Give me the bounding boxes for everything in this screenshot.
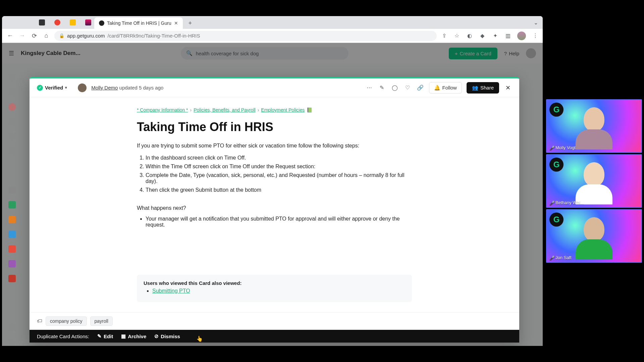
heart-icon[interactable]: ♡ <box>404 84 412 92</box>
pinned-tab-icon[interactable] <box>39 19 45 25</box>
forward-button[interactable]: → <box>18 32 26 39</box>
rail-collection-icon[interactable] <box>8 260 16 267</box>
menu-icon[interactable]: ⋮ <box>532 33 539 39</box>
close-icon[interactable]: ✕ <box>504 84 512 92</box>
related-item: Submitting PTO <box>152 288 405 294</box>
star-icon[interactable]: ☆ <box>453 33 460 39</box>
mic-icon: 🎤 <box>549 200 554 205</box>
rail-settings-icon[interactable] <box>8 133 16 140</box>
card-title: Taking Time Off in HRIS <box>137 120 412 134</box>
rail-admin-icon[interactable] <box>8 339 16 346</box>
video-call-overlay: G 🎤Molly Vogt G 🎤Bethany Whi... G 🎤Jon S… <box>546 99 642 263</box>
reload-button[interactable]: ⟳ <box>30 32 38 40</box>
breadcrumb-item[interactable]: Policies, Benefits, and Payroll <box>194 107 255 113</box>
more-icon[interactable]: ⋯ <box>365 84 373 92</box>
new-tab-button[interactable]: + <box>185 18 195 28</box>
back-button[interactable]: ← <box>6 32 14 39</box>
dismiss-icon: ⊘ <box>154 333 159 339</box>
author-name[interactable]: Molly Demo <box>91 85 118 90</box>
card-modal: ✓ Verified ▾ Molly Demo updated 5 days a… <box>30 77 519 343</box>
chevron-down-icon: ▾ <box>65 85 67 90</box>
share-button[interactable]: 👥 Share <box>467 82 499 94</box>
rail-home-icon[interactable] <box>8 74 16 81</box>
step-item: Complete the Date, Type (vacation, sick,… <box>146 172 412 184</box>
home-button[interactable]: ⌂ <box>42 32 50 39</box>
url-host: app.getguru.com <box>67 33 105 39</box>
rail-collection-icon[interactable] <box>8 245 16 253</box>
rail-collection-icon[interactable] <box>8 231 16 238</box>
chevron-down-icon[interactable]: ⌄ <box>534 19 538 26</box>
guru-logo-icon: G <box>549 103 564 117</box>
step-item: Then click the green Submit button at th… <box>146 187 412 193</box>
video-tile[interactable]: G 🎤Molly Vogt <box>546 99 642 153</box>
share-icon[interactable]: ⇪ <box>441 33 447 39</box>
guru-logo-icon: G <box>549 213 564 227</box>
edit-button[interactable]: ✎ Edit <box>97 333 113 339</box>
close-tab-icon[interactable]: ✕ <box>174 20 178 26</box>
tag-pill[interactable]: payroll <box>90 316 113 326</box>
browser-tab-active[interactable]: Taking Time Off in HRIS | Guru ✕ <box>94 17 183 29</box>
pinned-tabs <box>39 19 91 25</box>
browser-toolbar: ← → ⟳ ⌂ 🔒 app.getguru.com/card/T8RRk9nc/… <box>2 29 543 43</box>
intro-text: If you are trying to submit some PTO for… <box>137 143 412 149</box>
breadcrumb-item[interactable]: * Company Information * <box>137 107 188 113</box>
rail-collection-icon[interactable] <box>8 275 16 282</box>
archive-icon: ▦ <box>121 333 126 339</box>
edit-icon[interactable]: ✎ <box>378 84 386 92</box>
mic-icon: 🎤 <box>549 145 554 150</box>
steps-list: In the dashboard screen click on Time Of… <box>137 155 412 193</box>
browser-tab-strip: Taking Time Off in HRIS | Guru ✕ + ⌄ <box>2 16 543 29</box>
rail-people-icon[interactable] <box>8 324 16 331</box>
video-tile[interactable]: G 🎤Jon Saft <box>546 209 642 263</box>
step-item: Within the Time Off screen click on Time… <box>146 164 412 170</box>
tags-row: 🏷 company policy payroll <box>30 312 519 330</box>
card-body: * Company Information * › Policies, Bene… <box>30 97 519 312</box>
video-tile[interactable]: G 🎤Bethany Whi... <box>546 154 642 208</box>
tag-icon: 🏷 <box>37 318 42 324</box>
tab-title: Taking Time Off in HRIS | Guru <box>107 20 171 26</box>
breadcrumb-item[interactable]: Employment Policies <box>261 107 305 113</box>
archive-button[interactable]: ▦ Archive <box>121 333 146 339</box>
rail-notif-icon[interactable] <box>8 103 16 111</box>
related-box: Users who viewed this Card also viewed: … <box>137 275 412 302</box>
bell-icon: 🔔 <box>434 85 440 91</box>
follow-button[interactable]: 🔔 Follow <box>429 82 462 94</box>
guru-logo-icon: G <box>549 158 564 172</box>
pinned-tab-icon[interactable] <box>54 19 60 25</box>
link-icon[interactable]: 🔗 <box>416 84 424 92</box>
related-link[interactable]: Submitting PTO <box>152 288 190 294</box>
updated-text: updated 5 days ago <box>119 85 164 90</box>
rail-item-icon[interactable] <box>8 147 16 155</box>
extension-icon[interactable]: ◆ <box>479 33 486 39</box>
profile-avatar[interactable] <box>517 32 526 40</box>
comment-icon[interactable]: ◯ <box>391 84 399 92</box>
panel-icon[interactable]: ▥ <box>504 33 511 39</box>
lock-icon: 🔒 <box>59 33 64 38</box>
step-item: In the dashboard screen click on Time Of… <box>146 155 412 161</box>
mic-icon: 🎤 <box>549 255 554 260</box>
next-item: Your manager will get a notification tha… <box>146 216 412 228</box>
next-heading: What happens next? <box>137 205 412 211</box>
pencil-icon: ✎ <box>97 333 102 339</box>
rail-collection-icon[interactable] <box>8 186 16 194</box>
share-icon: 👥 <box>472 85 478 91</box>
author-avatar[interactable] <box>78 83 87 92</box>
url-path: /card/T8RRk9nc/Taking-Time-Off-in-HRIS <box>108 33 200 39</box>
tag-pill[interactable]: company policy <box>46 316 87 326</box>
extensions-icon[interactable]: ✦ <box>492 33 498 39</box>
related-heading: Users who viewed this Card also viewed: <box>144 280 405 286</box>
address-bar[interactable]: 🔒 app.getguru.com/card/T8RRk9nc/Taking-T… <box>54 31 437 41</box>
duplicate-actions-bar: Duplicate Card Actions: ✎ Edit ▦ Archive… <box>30 330 519 343</box>
pinned-tab-icon[interactable] <box>85 19 91 25</box>
cursor-icon: 👆 <box>196 336 203 342</box>
rail-bookmark-icon[interactable] <box>8 88 16 96</box>
participant-label: 🎤Molly Vogt <box>549 145 576 150</box>
rail-collection-icon[interactable] <box>8 201 16 208</box>
browser-actions: ⇪ ☆ ◐ ◆ ✦ ▥ ⋮ <box>441 32 539 40</box>
pinned-tab-icon[interactable] <box>70 19 76 25</box>
rail-collection-icon[interactable] <box>8 216 16 223</box>
extension-icon[interactable]: ◐ <box>466 33 473 39</box>
dismiss-button[interactable]: ⊘ Dismiss <box>154 333 180 339</box>
verified-badge[interactable]: ✓ Verified ▾ <box>37 85 67 91</box>
rail-analytics-icon[interactable] <box>8 118 16 125</box>
